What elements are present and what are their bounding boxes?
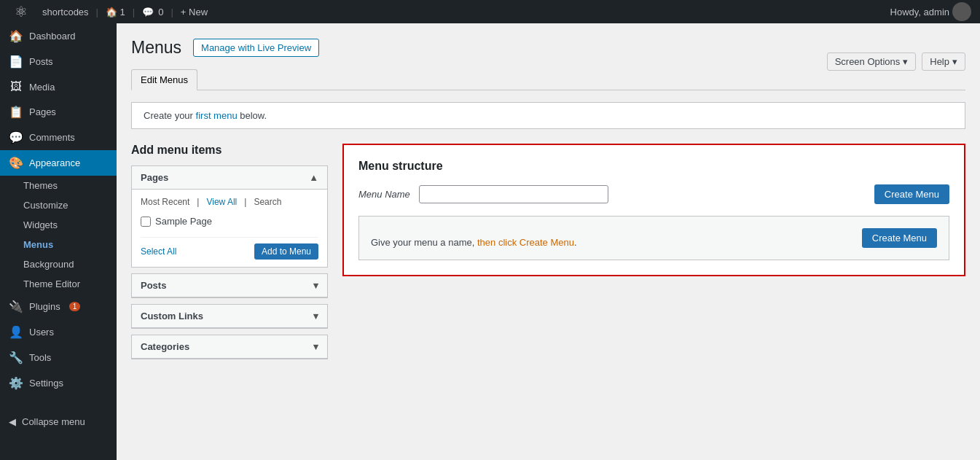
categories-accordion-header[interactable]: Categories ▾ bbox=[132, 335, 327, 359]
pages-accordion-label: Pages bbox=[141, 172, 168, 183]
hint-suffix: . bbox=[574, 237, 577, 248]
appearance-icon: 🎨 bbox=[9, 156, 23, 170]
page-item-sample: Sample Page bbox=[141, 213, 318, 230]
sidebar-label-appearance: Appearance bbox=[29, 157, 80, 168]
menu-notice: Create your first menu below. bbox=[131, 102, 965, 129]
notice-prefix: Create your bbox=[144, 110, 196, 121]
submenu-label-customize: Customize bbox=[23, 200, 68, 211]
admin-avatar bbox=[952, 2, 971, 21]
pages-chevron-icon: ▲ bbox=[309, 172, 318, 183]
sidebar-submenu-menus[interactable]: Menus bbox=[0, 235, 117, 254]
sidebar-item-media[interactable]: 🖼 Media bbox=[0, 74, 117, 99]
sidebar-item-plugins[interactable]: 🔌 Plugins 1 bbox=[0, 294, 117, 319]
separator2: | bbox=[133, 7, 135, 17]
wp-logo[interactable]: ⚛ bbox=[9, 3, 36, 20]
page-checkbox-sample[interactable] bbox=[141, 217, 151, 227]
page-label-sample: Sample Page bbox=[155, 216, 212, 227]
sidebar-label-settings: Settings bbox=[29, 378, 63, 389]
sidebar-submenu-widgets[interactable]: Widgets bbox=[0, 215, 117, 235]
sidebar-submenu-themes[interactable]: Themes bbox=[0, 176, 117, 195]
custom-links-accordion: Custom Links ▾ bbox=[131, 304, 328, 329]
tools-icon: 🔧 bbox=[9, 351, 23, 365]
pages-accordion-footer: Select All Add to Menu bbox=[141, 237, 318, 260]
sidebar-submenu-customize[interactable]: Customize bbox=[0, 195, 117, 215]
search-tab[interactable]: Search bbox=[254, 197, 281, 207]
help-button[interactable]: Help ▾ bbox=[922, 52, 965, 71]
pages-accordion: Pages ▲ Most Recent | View All | Search bbox=[131, 165, 328, 268]
create-menu-button-bottom[interactable]: Create Menu bbox=[862, 228, 937, 248]
collapse-menu-button[interactable]: ◀ Collapse menu bbox=[0, 410, 117, 433]
menu-hint-area: Give your menu a name, then click Create… bbox=[358, 216, 949, 260]
sidebar-submenu-background[interactable]: Background bbox=[0, 254, 117, 274]
custom-links-chevron-icon: ▾ bbox=[313, 311, 318, 321]
adminbar-right: Howdy, admin bbox=[890, 2, 971, 21]
menu-structure-title: Menu structure bbox=[358, 160, 949, 173]
screen-options-button[interactable]: Screen Options ▾ bbox=[827, 52, 917, 71]
pages-accordion-header[interactable]: Pages ▲ bbox=[132, 166, 327, 190]
menu-name-row: Menu Name Create Menu bbox=[358, 184, 949, 204]
sidebar-item-users[interactable]: 👤 Users bbox=[0, 319, 117, 345]
sidebar-label-comments: Comments bbox=[29, 132, 75, 143]
new-content[interactable]: + New bbox=[175, 7, 213, 17]
select-all-link[interactable]: Select All bbox=[141, 246, 176, 257]
menu-hint-text: Give your menu a name, then click Create… bbox=[371, 237, 577, 248]
site-name[interactable]: shortcodes bbox=[36, 7, 95, 17]
create-menu-button-top[interactable]: Create Menu bbox=[874, 184, 949, 204]
add-to-menu-button[interactable]: Add to Menu bbox=[254, 243, 318, 260]
posts-accordion-header[interactable]: Posts ▾ bbox=[132, 274, 327, 297]
menu-body: Add menu items Pages ▲ Most Recent | Vie… bbox=[131, 144, 965, 365]
tab-edit-menus[interactable]: Edit Menus bbox=[131, 69, 197, 90]
live-preview-button[interactable]: Manage with Live Preview bbox=[193, 39, 319, 57]
custom-links-accordion-header[interactable]: Custom Links ▾ bbox=[132, 305, 327, 328]
nav-tabs: Edit Menus bbox=[131, 69, 965, 90]
custom-links-accordion-label: Custom Links bbox=[141, 311, 203, 321]
hint-link[interactable]: then click Create Menu bbox=[477, 237, 574, 248]
most-recent-tab[interactable]: Most Recent bbox=[141, 197, 189, 207]
visit-site[interactable]: 🏠 1 bbox=[100, 7, 131, 17]
pages-icon: 📋 bbox=[9, 105, 23, 119]
sidebar-label-dashboard: Dashboard bbox=[29, 31, 76, 42]
howdy-text: Howdy, admin bbox=[890, 7, 949, 17]
admin-bar: ⚛ shortcodes | 🏠 1 | 💬 0 | + New Howdy, … bbox=[0, 0, 980, 23]
sidebar-item-posts[interactable]: 📄 Posts bbox=[0, 49, 117, 74]
posts-accordion: Posts ▾ bbox=[131, 273, 328, 298]
main-content: Screen Options ▾ Help ▾ Menus Manage wit… bbox=[117, 23, 980, 460]
sidebar-item-comments[interactable]: 💬 Comments bbox=[0, 125, 117, 150]
sidebar-label-media: Media bbox=[29, 82, 55, 93]
menu-structure-panel: Menu structure Menu Name Create Menu Giv… bbox=[342, 144, 965, 276]
submenu-label-background: Background bbox=[23, 259, 74, 270]
screen-options-label: Screen Options bbox=[835, 56, 901, 67]
comments-link[interactable]: 💬 0 bbox=[136, 7, 169, 17]
page-title: Menus bbox=[131, 38, 181, 58]
menu-name-input[interactable] bbox=[419, 185, 608, 203]
notice-link[interactable]: first menu bbox=[196, 110, 238, 121]
collapse-menu-label: Collapse menu bbox=[22, 416, 85, 427]
categories-accordion-label: Categories bbox=[141, 341, 189, 352]
submenu-label-widgets: Widgets bbox=[23, 219, 58, 230]
sidebar-label-tools: Tools bbox=[29, 352, 51, 363]
submenu-label-menus: Menus bbox=[23, 239, 53, 250]
sidebar-item-settings[interactable]: ⚙️ Settings bbox=[0, 370, 117, 396]
screen-options-bar: Screen Options ▾ Help ▾ bbox=[827, 52, 965, 71]
sidebar-item-appearance[interactable]: 🎨 Appearance bbox=[0, 150, 117, 176]
wp-layout: 🏠 Dashboard 📄 Posts 🖼 Media 📋 Pages 💬 Co… bbox=[0, 23, 980, 460]
pages-accordion-content: Most Recent | View All | Search Sample P… bbox=[132, 190, 327, 267]
sidebar-item-dashboard[interactable]: 🏠 Dashboard bbox=[0, 23, 117, 49]
posts-chevron-icon: ▾ bbox=[313, 280, 318, 291]
pages-list: Sample Page bbox=[141, 213, 318, 230]
media-icon: 🖼 bbox=[9, 80, 23, 93]
sidebar-label-posts: Posts bbox=[29, 56, 53, 67]
settings-icon: ⚙️ bbox=[9, 376, 23, 390]
view-all-tab[interactable]: View All bbox=[206, 197, 237, 207]
sidebar-submenu-theme-editor[interactable]: Theme Editor bbox=[0, 274, 117, 294]
plugins-badge: 1 bbox=[69, 302, 81, 311]
sidebar-item-pages[interactable]: 📋 Pages bbox=[0, 99, 117, 125]
separator3: | bbox=[170, 7, 173, 17]
dashboard-icon: 🏠 bbox=[9, 29, 23, 43]
submenu-label-themes: Themes bbox=[23, 180, 58, 191]
add-menu-items-title: Add menu items bbox=[131, 144, 328, 157]
sidebar-item-tools[interactable]: 🔧 Tools bbox=[0, 345, 117, 370]
collapse-icon: ◀ bbox=[9, 416, 16, 427]
sidebar-label-pages: Pages bbox=[29, 106, 56, 117]
comments-count: 0 bbox=[158, 7, 163, 17]
